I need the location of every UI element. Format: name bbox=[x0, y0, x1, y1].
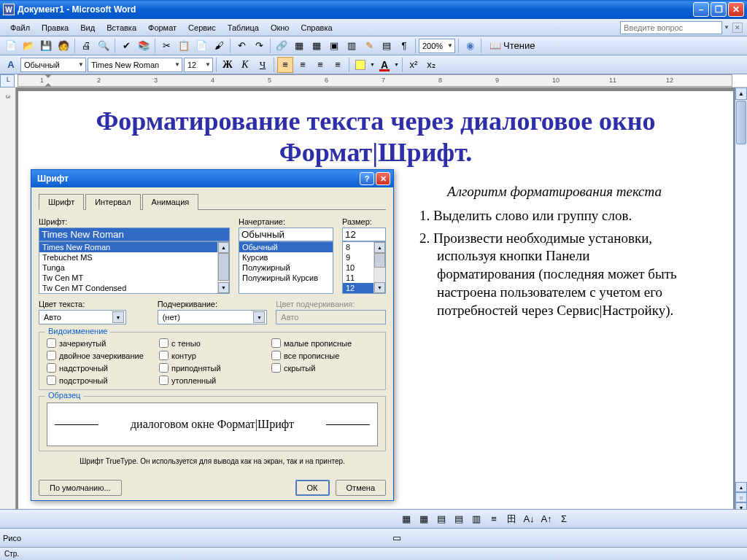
list-item[interactable]: Tw Cen MT bbox=[39, 273, 229, 283]
font-style-input[interactable] bbox=[239, 228, 333, 241]
menu-help[interactable]: Справка bbox=[295, 21, 338, 34]
vertical-scrollbar[interactable]: ▲ ▴ ○ ▾ ▼ bbox=[735, 88, 747, 525]
chk-superscript[interactable]: надстрочный bbox=[47, 363, 153, 373]
help-close-icon[interactable]: ✕ bbox=[732, 23, 743, 33]
help-search-input[interactable] bbox=[620, 21, 722, 34]
undo-icon[interactable]: ↶ bbox=[233, 38, 249, 54]
menu-tools[interactable]: Сервис bbox=[182, 21, 222, 34]
tables-borders-icon[interactable]: ▦ bbox=[291, 38, 307, 54]
dialog-help-button[interactable]: ? bbox=[360, 172, 374, 185]
sort-desc-icon[interactable]: A↑ bbox=[538, 511, 554, 527]
dialog-close-button[interactable]: ✕ bbox=[376, 172, 390, 185]
chk-allcaps[interactable]: все прописные bbox=[271, 351, 378, 360]
chk-double-strike[interactable]: двойное зачеркивание bbox=[47, 351, 153, 360]
default-button[interactable]: По умолчанию... bbox=[39, 480, 122, 496]
menu-file[interactable]: Файл bbox=[4, 21, 36, 34]
font-listbox[interactable]: Times New Roman Trebuchet MS Tunga Tw Ce… bbox=[39, 241, 230, 294]
chk-smallcaps[interactable]: малые прописные bbox=[271, 338, 378, 348]
hyperlink-icon[interactable]: 🔗 bbox=[274, 38, 290, 54]
docmap-icon[interactable]: ▤ bbox=[379, 38, 395, 54]
chk-emboss[interactable]: приподнятый bbox=[159, 363, 266, 373]
list-item[interactable]: Полужирный Курсив bbox=[239, 273, 333, 283]
align-center-button[interactable]: ≡ bbox=[295, 57, 311, 73]
close-button[interactable]: ✕ bbox=[728, 2, 744, 17]
font-color-button[interactable]: А bbox=[376, 57, 392, 73]
font-name-input[interactable] bbox=[39, 228, 230, 241]
subscript-button[interactable]: x₂ bbox=[423, 57, 439, 73]
align-left-button[interactable]: ≡ bbox=[277, 57, 293, 73]
print-icon[interactable]: 🖨 bbox=[78, 38, 94, 54]
chk-engrave[interactable]: утопленный bbox=[159, 376, 266, 385]
chk-hidden[interactable]: скрытый bbox=[271, 363, 378, 373]
scroll-thumb[interactable] bbox=[736, 101, 746, 144]
drawing-icon[interactable]: ✎ bbox=[361, 38, 377, 54]
align-justify-button[interactable]: ≡ bbox=[330, 57, 346, 73]
italic-button[interactable]: К bbox=[237, 57, 253, 73]
tb-icon[interactable]: ▥ bbox=[468, 511, 484, 527]
sum-icon[interactable]: Σ bbox=[556, 511, 572, 527]
menu-table[interactable]: Таблица bbox=[222, 21, 265, 34]
excel-icon[interactable]: ▣ bbox=[326, 38, 342, 54]
ruler-vertical[interactable]: 3 bbox=[0, 88, 16, 525]
tab-animation[interactable]: Анимация bbox=[142, 194, 199, 210]
save-icon[interactable]: 💾 bbox=[38, 38, 54, 54]
columns-icon[interactable]: ▥ bbox=[344, 38, 360, 54]
style-listbox[interactable]: Обычный Курсив Полужирный Полужирный Кур… bbox=[239, 241, 333, 294]
permission-icon[interactable]: 🧑 bbox=[55, 38, 71, 54]
list-item[interactable]: Tunga bbox=[39, 262, 229, 273]
align-right-button[interactable]: ≡ bbox=[312, 57, 328, 73]
tb-icon[interactable]: ▭ bbox=[389, 530, 405, 546]
cancel-button[interactable]: Отмена bbox=[336, 480, 386, 496]
show-para-icon[interactable]: ¶ bbox=[396, 38, 412, 54]
size-listbox[interactable]: 8 9 10 11 12 ▲▼ bbox=[342, 241, 386, 294]
maximize-button[interactable]: ❐ bbox=[711, 2, 727, 17]
zoom-dropdown[interactable]: 200%▼ bbox=[419, 39, 455, 53]
tb-icon[interactable]: ▦ bbox=[398, 511, 414, 527]
tb-icon[interactable]: ▤ bbox=[433, 511, 449, 527]
browse-object-icon[interactable]: ○ bbox=[735, 492, 747, 502]
ruler-tab-selector[interactable]: └ bbox=[0, 74, 15, 88]
font-size-input[interactable] bbox=[342, 228, 386, 241]
list-item[interactable]: Tw Cen MT Condensed bbox=[39, 283, 229, 293]
list-item[interactable]: Полужирный bbox=[239, 262, 333, 273]
menu-format[interactable]: Формат bbox=[142, 21, 182, 34]
first-line-indent[interactable] bbox=[44, 74, 52, 78]
tb-icon[interactable]: ≡ bbox=[486, 511, 502, 527]
insert-table-icon[interactable]: ▦ bbox=[309, 38, 325, 54]
tab-font[interactable]: Шрифт bbox=[39, 194, 84, 210]
list-item[interactable]: Обычный bbox=[239, 242, 333, 252]
superscript-button[interactable]: x² bbox=[406, 57, 422, 73]
size-dropdown[interactable]: 12▼ bbox=[184, 58, 213, 72]
hanging-indent[interactable] bbox=[44, 83, 52, 87]
tb-icon[interactable]: ▦ bbox=[416, 511, 432, 527]
menu-insert[interactable]: Вставка bbox=[101, 21, 142, 34]
chk-shadow[interactable]: с тенью bbox=[159, 338, 266, 348]
format-painter-icon[interactable]: 🖌 bbox=[211, 38, 227, 54]
ruler-horizontal[interactable]: └ 123456789101112 bbox=[0, 74, 747, 88]
chk-outline[interactable]: контур bbox=[159, 351, 266, 360]
list-item[interactable]: Курсив bbox=[239, 252, 333, 262]
cut-icon[interactable]: ✂ bbox=[158, 38, 174, 54]
list-item[interactable]: Trebuchet MS bbox=[39, 252, 229, 262]
prev-page-icon[interactable]: ▴ bbox=[735, 482, 747, 492]
help-icon[interactable]: ◉ bbox=[462, 38, 478, 54]
font-color-combo[interactable]: Авто▼ bbox=[39, 310, 126, 324]
open-icon[interactable]: 📂 bbox=[20, 38, 36, 54]
reading-layout-button[interactable]: 📖 Чтение bbox=[484, 38, 540, 54]
paste-icon[interactable]: 📄 bbox=[193, 38, 209, 54]
font-dropdown[interactable]: Times New Roman▼ bbox=[88, 58, 182, 72]
underline-button[interactable]: Ч bbox=[255, 57, 271, 73]
underline-combo[interactable]: (нет)▼ bbox=[158, 310, 268, 324]
menu-edit[interactable]: Правка bbox=[36, 21, 74, 34]
highlight-button[interactable] bbox=[352, 57, 368, 73]
sort-asc-icon[interactable]: A↓ bbox=[521, 511, 537, 527]
scroll-up-icon[interactable]: ▲ bbox=[735, 88, 747, 100]
minimize-button[interactable]: – bbox=[693, 2, 709, 17]
chk-strikethrough[interactable]: зачеркнутый bbox=[47, 338, 153, 348]
chk-subscript[interactable]: подстрочный bbox=[47, 376, 153, 385]
style-dropdown[interactable]: Обычный▼ bbox=[20, 58, 86, 72]
menu-view[interactable]: Вид bbox=[74, 21, 101, 34]
list-item[interactable]: Times New Roman bbox=[39, 242, 229, 252]
redo-icon[interactable]: ↷ bbox=[251, 38, 267, 54]
spellcheck-icon[interactable]: ✔ bbox=[118, 38, 134, 54]
